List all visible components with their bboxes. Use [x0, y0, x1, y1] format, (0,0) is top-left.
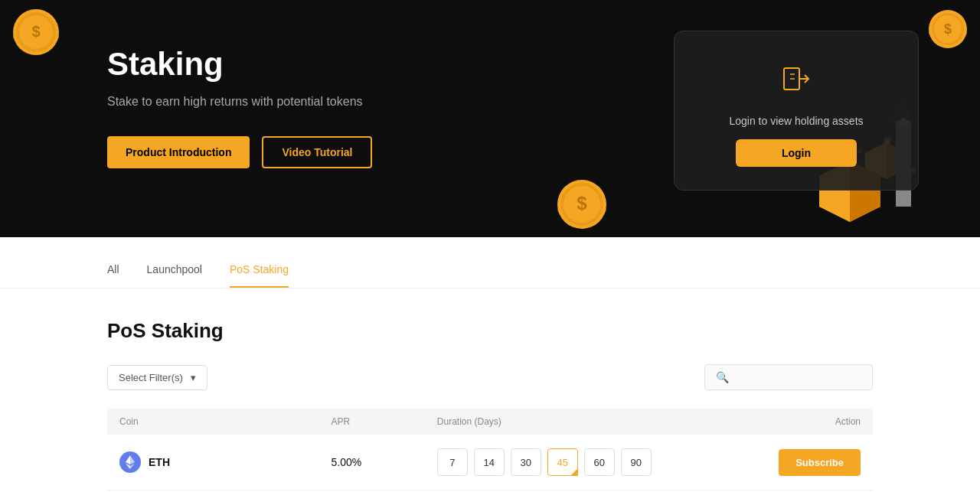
svg-text:$: $	[31, 23, 40, 40]
search-icon: 🔍	[716, 371, 729, 383]
section-title: PoS Staking	[107, 319, 873, 343]
tabs-nav: All Launchpool PoS Staking	[107, 253, 873, 288]
login-button[interactable]: Login	[736, 139, 857, 167]
tab-pos-staking[interactable]: PoS Staking	[230, 253, 289, 288]
col-apr: APR	[332, 416, 437, 427]
dur-btn-14[interactable]: 14	[474, 448, 505, 476]
tabs-section: All Launchpool PoS Staking	[0, 253, 980, 288]
col-duration: Duration (Days)	[437, 416, 755, 427]
subscribe-button[interactable]: Subscribe	[779, 449, 861, 476]
apr-cell: 5.00%	[332, 456, 437, 468]
coin-decoration-left: $	[9, 8, 63, 61]
login-card: Login to view holding assets Login	[674, 31, 919, 191]
tab-all[interactable]: All	[107, 253, 119, 288]
dur-btn-45[interactable]: 45	[547, 448, 578, 476]
coin-decoration-right: $	[925, 8, 971, 54]
svg-text:$: $	[944, 21, 952, 37]
search-box: 🔍	[704, 364, 873, 390]
coin-cell: ETH	[119, 451, 332, 473]
svg-text:$: $	[577, 193, 587, 213]
eth-icon	[119, 451, 141, 473]
search-input[interactable]	[735, 372, 861, 383]
chevron-down-icon: ▾	[191, 372, 196, 383]
col-coin: Coin	[119, 416, 332, 427]
dur-btn-90[interactable]: 90	[621, 448, 652, 476]
filter-row: Select Filter(s) ▾ 🔍	[107, 364, 873, 390]
hero-section: $ $ Staking Stake to earn high returns w…	[0, 0, 980, 237]
tab-launchpool[interactable]: Launchpool	[147, 253, 202, 288]
dur-btn-30[interactable]: 30	[511, 448, 541, 476]
col-action: Action	[755, 416, 861, 427]
video-tutorial-button[interactable]: Video Tutorial	[262, 136, 372, 168]
login-icon	[779, 62, 813, 103]
dur-btn-60[interactable]: 60	[584, 448, 615, 476]
filter-select[interactable]: Select Filter(s) ▾	[107, 365, 207, 390]
table-row: ETH 5.00% 7 14 30 45 60 90 Subscribe	[107, 435, 873, 490]
action-cell: Subscribe	[755, 449, 861, 476]
main-content: PoS Staking Select Filter(s) ▾ 🔍 Coin AP…	[0, 288, 980, 492]
coin-name: ETH	[149, 456, 170, 468]
table-header: Coin APR Duration (Days) Action	[107, 409, 873, 435]
product-intro-button[interactable]: Product Introduction	[107, 136, 250, 168]
duration-buttons: 7 14 30 45 60 90	[437, 448, 755, 476]
dur-btn-7[interactable]: 7	[437, 448, 468, 476]
login-card-text: Login to view holding assets	[729, 115, 863, 127]
table: Coin APR Duration (Days) Action ETH 5.00…	[107, 409, 873, 490]
filter-select-label: Select Filter(s)	[119, 372, 183, 383]
coin-decoration-bottom: $	[551, 176, 612, 237]
